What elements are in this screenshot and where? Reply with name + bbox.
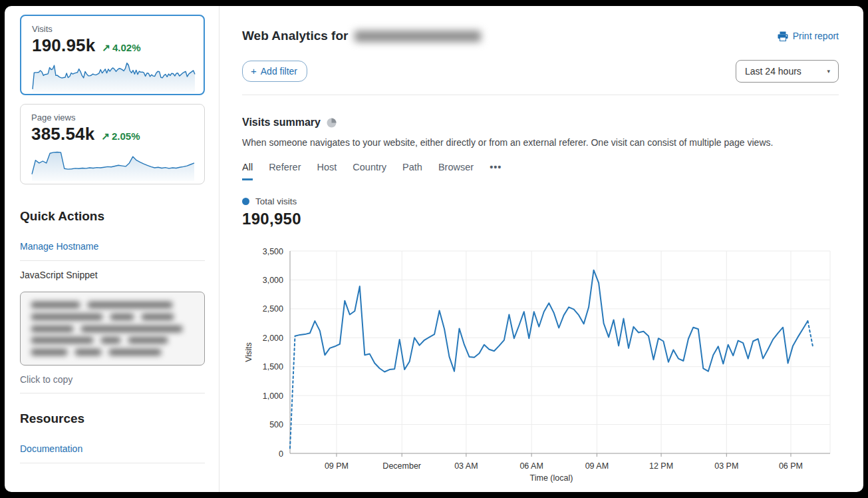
pie-chart-icon bbox=[327, 118, 337, 128]
redacted-snippet-line bbox=[31, 302, 194, 308]
redacted-snippet-line bbox=[31, 326, 194, 332]
metric-delta-value: 2.05% bbox=[112, 130, 140, 142]
x-axis-title: Time (local) bbox=[530, 473, 573, 483]
print-report-button[interactable]: Print report bbox=[778, 31, 839, 41]
metric-delta-value: 4.02% bbox=[112, 42, 141, 53]
y-axis-label: 2,000 bbox=[263, 334, 283, 343]
trend-up-arrow-icon: ↗ bbox=[102, 42, 110, 53]
tab-host[interactable]: Host bbox=[317, 162, 337, 180]
y-axis-label: 0 bbox=[279, 449, 283, 459]
page-title: Web Analytics for bbox=[242, 29, 481, 43]
tab-path[interactable]: Path bbox=[402, 162, 422, 180]
plus-icon: + bbox=[251, 65, 257, 77]
quick-actions-heading: Quick Actions bbox=[20, 209, 205, 224]
y-axis-label: 500 bbox=[269, 420, 283, 429]
y-axis-label: 1,000 bbox=[263, 391, 283, 401]
page-views-sparkline-chart bbox=[31, 148, 195, 182]
x-axis-label: 06 PM bbox=[779, 461, 803, 471]
redacted-snippet-line bbox=[31, 337, 194, 344]
printer-icon bbox=[778, 31, 788, 41]
javascript-snippet-label: JavaScript Snippet bbox=[20, 270, 205, 280]
x-axis-label: 09 PM bbox=[325, 461, 349, 471]
y-axis-title: Visits bbox=[244, 342, 253, 362]
divider bbox=[20, 260, 205, 261]
y-axis-label: 3,000 bbox=[263, 276, 283, 285]
chevron-down-icon: ▾ bbox=[827, 68, 830, 75]
web-analytics-page: Visits 190.95k ↗4.02% Page views 385.54k… bbox=[5, 6, 863, 492]
tab-referer[interactable]: Referer bbox=[269, 162, 301, 180]
metric-delta: ↗2.05% bbox=[101, 130, 140, 142]
metric-card-page-views[interactable]: Page views 385.54k ↗2.05% bbox=[20, 104, 205, 184]
main-content: Web Analytics for Print report +Add filt… bbox=[219, 6, 863, 492]
metric-label: Visits bbox=[32, 24, 193, 34]
legend-label: Total visits bbox=[255, 196, 297, 206]
x-axis-label: 03 AM bbox=[454, 461, 478, 471]
y-axis-label: 3,500 bbox=[263, 247, 283, 256]
metric-value: 190.95k bbox=[32, 35, 95, 56]
time-range-dropdown[interactable]: Last 24 hours ▾ bbox=[736, 60, 839, 83]
documentation-link[interactable]: Documentation bbox=[20, 443, 82, 454]
sidebar: Visits 190.95k ↗4.02% Page views 385.54k… bbox=[20, 6, 205, 492]
visits-sparkline-chart bbox=[32, 60, 196, 93]
javascript-snippet-box[interactable] bbox=[20, 292, 205, 366]
metric-value: 385.54k bbox=[31, 124, 94, 144]
x-axis-label: December bbox=[382, 461, 421, 471]
manage-hostname-link[interactable]: Manage Hostname bbox=[20, 241, 98, 252]
visits-summary-title: Visits summary bbox=[242, 117, 321, 128]
tabs-more-button[interactable]: ••• bbox=[490, 162, 502, 180]
window-frame: Visits 190.95k ↗4.02% Page views 385.54k… bbox=[0, 0, 868, 498]
x-axis-label: 06 AM bbox=[519, 461, 543, 471]
metric-label: Page views bbox=[31, 113, 194, 123]
divider bbox=[20, 393, 205, 393]
divider bbox=[20, 463, 205, 463]
chart-legend: Total visits bbox=[242, 196, 839, 206]
tab-all[interactable]: All bbox=[242, 162, 253, 180]
legend-dot-icon bbox=[242, 198, 249, 205]
redacted-snippet-line bbox=[31, 314, 194, 320]
metric-card-visits[interactable]: Visits 190.95k ↗4.02% bbox=[20, 15, 205, 95]
redacted-domain-name bbox=[355, 31, 481, 42]
time-range-value: Last 24 hours bbox=[745, 66, 801, 77]
resources-heading: Resources bbox=[20, 411, 205, 426]
x-axis-label: 12 PM bbox=[649, 461, 673, 471]
divider bbox=[242, 95, 839, 95]
summary-tabs: AllRefererHostCountryPathBrowser••• bbox=[242, 162, 839, 180]
click-to-copy-hint: Click to copy bbox=[20, 374, 205, 385]
y-axis-label: 1,500 bbox=[263, 362, 283, 372]
x-axis-label: 03 PM bbox=[714, 461, 738, 471]
visits-line-chart: 05001,0001,5002,0002,5003,0003,50009 PMD… bbox=[242, 244, 831, 485]
tab-country[interactable]: Country bbox=[353, 162, 386, 180]
total-visits-value: 190,950 bbox=[242, 210, 839, 228]
redacted-snippet-line bbox=[31, 349, 194, 356]
tab-browser[interactable]: Browser bbox=[438, 162, 474, 180]
visits-summary-description: When someone navigates to your website, … bbox=[242, 137, 839, 148]
trend-up-arrow-icon: ↗ bbox=[101, 130, 110, 142]
x-axis-label: 09 AM bbox=[585, 461, 609, 471]
add-filter-button[interactable]: +Add filter bbox=[242, 61, 307, 82]
y-axis-label: 2,500 bbox=[263, 304, 283, 314]
metric-delta: ↗4.02% bbox=[102, 42, 140, 54]
